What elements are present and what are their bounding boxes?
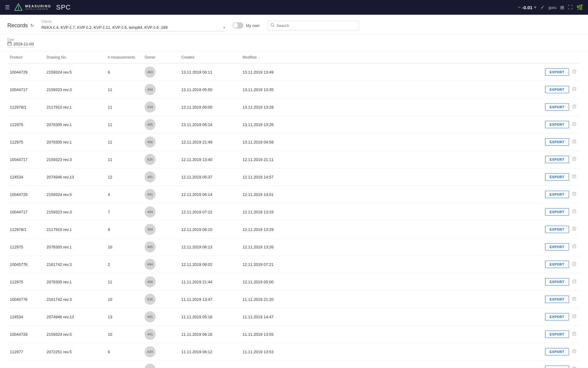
delete-button[interactable] <box>570 173 578 181</box>
export-button[interactable]: EXPORT <box>545 103 569 111</box>
date-input[interactable]: 2019-11-03 <box>7 41 34 48</box>
export-button[interactable]: EXPORT <box>545 296 569 303</box>
svg-rect-29 <box>573 140 576 143</box>
cell-actions: EXPORT <box>301 308 581 326</box>
export-button[interactable]: EXPORT <box>545 138 569 146</box>
my-own-toggle[interactable] <box>232 22 243 29</box>
trash-icon <box>572 332 576 336</box>
svg-rect-34 <box>573 158 576 161</box>
cell-actions: EXPORT <box>301 273 581 291</box>
cell-drawing: 2159324 rev.5 <box>44 63 105 81</box>
score-display: − -0.01 + <box>518 5 537 10</box>
table-row: 10044717 2159323 rev.3 11 626 12.11.2019… <box>7 151 581 168</box>
delete-button[interactable] <box>570 225 578 233</box>
delete-button[interactable] <box>570 121 578 128</box>
cell-created: 13.11.2019 06:14 <box>179 116 240 133</box>
delete-button[interactable] <box>570 243 578 251</box>
col-header-drawing: Drawing No. <box>44 52 105 63</box>
delete-button[interactable] <box>570 68 578 76</box>
menu-icon[interactable]: ☰ <box>5 4 10 11</box>
search-section <box>267 21 359 30</box>
login-icon[interactable]: ⊞ <box>560 5 564 10</box>
delete-button[interactable] <box>570 313 578 321</box>
cell-drawing: 2074946 rev.13 <box>44 308 105 326</box>
delete-button[interactable] <box>570 138 578 146</box>
svg-rect-69 <box>573 280 576 283</box>
plant-icon: 🌿 <box>576 4 583 11</box>
cell-modified: 11.11.2019 13:55 <box>240 326 301 343</box>
export-button[interactable]: EXPORT <box>545 226 569 233</box>
score-plus[interactable]: + <box>534 5 537 10</box>
export-button[interactable]: EXPORT <box>545 331 569 338</box>
cell-product: 112975 <box>7 133 44 151</box>
cell-owner: 494 <box>142 361 179 368</box>
owner-badge: 441 <box>145 189 156 200</box>
refresh-icon[interactable]: ↻ <box>30 23 34 28</box>
delete-button[interactable] <box>570 260 578 268</box>
col-header-modified[interactable]: Modified ↓ <box>240 52 301 63</box>
cell-actions: EXPORT <box>301 326 581 343</box>
clients-dropdown[interactable]: REKA č.4, KVP č.7, KVP č.2, KVP č.11, KV… <box>41 24 225 31</box>
delete-button[interactable] <box>570 348 578 356</box>
export-button[interactable]: EXPORT <box>545 348 569 355</box>
cell-created: 12.11.2019 06:10 <box>179 221 240 238</box>
delete-button[interactable] <box>570 190 578 198</box>
cell-product: 10045776 <box>7 256 44 273</box>
table-row: 10044717 2159323 rev.3 11 494 13.11.2019… <box>7 81 581 98</box>
svg-rect-79 <box>573 315 576 318</box>
export-button[interactable]: EXPORT <box>545 243 569 251</box>
cell-measurements: 10 <box>105 326 142 343</box>
export-button[interactable]: EXPORT <box>545 261 569 268</box>
logo-text: MEASURING INTELLIGENCE <box>25 4 51 11</box>
topbar: ☰ MEASURING INTELLIGENCE SPC − -0.01 + ✓… <box>0 0 588 15</box>
export-button[interactable]: EXPORT <box>545 68 569 76</box>
search-input[interactable] <box>277 23 356 28</box>
cell-created: 12.11.2019 06:13 <box>179 238 240 256</box>
delete-button[interactable] <box>570 208 578 216</box>
table-row: 112975 2078305 rev.1 11 456 12.11.2019 2… <box>7 133 581 151</box>
cell-product: 124534 <box>7 308 44 326</box>
cell-created: 12.11.2019 21:49 <box>179 133 240 151</box>
trash-icon <box>572 297 576 301</box>
export-button[interactable]: EXPORT <box>545 208 569 216</box>
delete-button[interactable] <box>570 86 578 94</box>
fullscreen-icon[interactable]: ⛶ <box>568 5 573 10</box>
export-button[interactable]: EXPORT <box>545 173 569 181</box>
delete-button[interactable] <box>570 103 578 111</box>
delete-button[interactable] <box>570 295 578 303</box>
table-row: 10045776 2161742 rev.3 2 494 12.11.2019 … <box>7 256 581 273</box>
cell-product: 112975 <box>7 238 44 256</box>
export-button[interactable]: EXPORT <box>545 313 569 320</box>
cell-measurements: 11 <box>105 273 142 291</box>
export-button[interactable]: EXPORT <box>545 366 569 368</box>
export-button[interactable]: EXPORT <box>545 86 569 93</box>
cell-owner: 434 <box>142 98 179 116</box>
check-icon[interactable]: ✓ <box>540 4 545 11</box>
cell-owner: 494 <box>142 203 179 221</box>
score-minus[interactable]: − <box>518 5 521 10</box>
table-row: 10044717 2159323 rev.3 7 494 12.11.2019 … <box>7 203 581 221</box>
cell-product: 112977 <box>7 343 44 361</box>
col-header-created: Created <box>179 52 240 63</box>
logo-measuring: MEASURING <box>25 4 51 8</box>
delete-button[interactable] <box>570 155 578 163</box>
svg-line-4 <box>273 26 274 27</box>
delete-button[interactable] <box>570 365 578 368</box>
delete-button[interactable] <box>570 330 578 338</box>
svg-rect-5 <box>8 42 11 45</box>
cell-owner: 456 <box>142 273 179 291</box>
cell-modified: 11.11.2019 21:20 <box>240 291 301 308</box>
cell-owner: 494 <box>142 256 179 273</box>
trash-icon <box>572 366 576 368</box>
export-button[interactable]: EXPORT <box>545 191 569 198</box>
user-name: guru <box>548 5 556 10</box>
delete-button[interactable] <box>570 278 578 286</box>
trash-icon <box>572 139 576 144</box>
export-button[interactable]: EXPORT <box>545 278 569 286</box>
owner-badge: 494 <box>145 364 156 368</box>
export-button[interactable]: EXPORT <box>545 121 569 128</box>
export-button[interactable]: EXPORT <box>545 156 569 163</box>
cell-measurements: 11 <box>105 98 142 116</box>
clients-value: REKA č.4, KVP č.7, KVP č.2, KVP č.11, KV… <box>41 25 222 30</box>
cell-drawing: 2078305 rev.1 <box>44 238 105 256</box>
